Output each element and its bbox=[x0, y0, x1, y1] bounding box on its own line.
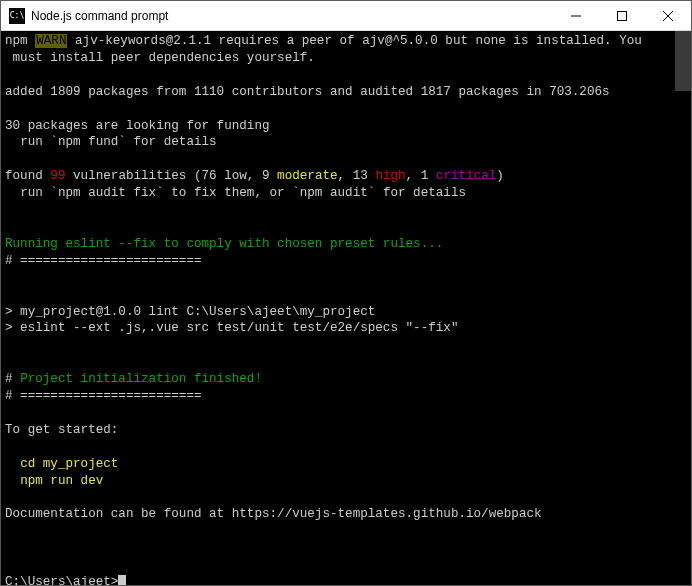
command-hint: npm run dev bbox=[5, 474, 103, 488]
command-hint: cd my_project bbox=[5, 457, 118, 471]
terminal-text: > eslint --ext .js,.vue src test/unit te… bbox=[5, 321, 458, 335]
terminal-text: npm bbox=[5, 34, 35, 48]
app-icon: C:\ bbox=[9, 8, 25, 24]
minimize-icon bbox=[571, 11, 581, 21]
terminal-text: found bbox=[5, 169, 50, 183]
terminal-body[interactable]: npm WARN ajv-keywords@2.1.1 requires a p… bbox=[1, 31, 691, 585]
terminal-text: , 13 bbox=[338, 169, 376, 183]
divider: # ======================== bbox=[5, 254, 202, 268]
terminal-text: ) bbox=[496, 169, 504, 183]
severity-critical: critical bbox=[436, 169, 496, 183]
close-button[interactable] bbox=[645, 1, 691, 30]
terminal-text: vulnerabilities (76 low, 9 bbox=[65, 169, 277, 183]
terminal-text: Documentation can be found at https://vu… bbox=[5, 507, 542, 521]
status-message: Running eslint --fix to comply with chos… bbox=[5, 237, 443, 251]
titlebar: C:\ Node.js command prompt bbox=[1, 1, 691, 31]
status-message: Project initialization finished! bbox=[20, 372, 262, 386]
terminal-text: , 1 bbox=[406, 169, 436, 183]
terminal-text: ajv-keywords@2.1.1 requires a peer of aj… bbox=[67, 34, 641, 48]
minimize-button[interactable] bbox=[553, 1, 599, 30]
maximize-icon bbox=[617, 11, 627, 21]
svg-rect-1 bbox=[618, 11, 627, 20]
severity-high: high bbox=[375, 169, 405, 183]
scrollbar-thumb[interactable] bbox=[675, 31, 691, 91]
vuln-count: 99 bbox=[50, 169, 65, 183]
terminal-text: added 1809 packages from 1110 contributo… bbox=[5, 85, 610, 99]
terminal-text: To get started: bbox=[5, 423, 118, 437]
prompt: C:\Users\ajeet> bbox=[5, 575, 118, 585]
window-title: Node.js command prompt bbox=[31, 9, 553, 23]
severity-moderate: moderate bbox=[277, 169, 337, 183]
maximize-button[interactable] bbox=[599, 1, 645, 30]
divider: # ======================== bbox=[5, 389, 202, 403]
terminal-window: C:\ Node.js command prompt npm WARN ajv-… bbox=[0, 0, 692, 586]
scrollbar[interactable] bbox=[675, 31, 691, 585]
close-icon bbox=[663, 11, 673, 21]
window-controls bbox=[553, 1, 691, 30]
cursor bbox=[118, 575, 126, 585]
terminal-text: run `npm audit fix` to fix them, or `npm… bbox=[5, 186, 466, 200]
terminal-text: # bbox=[5, 372, 20, 386]
terminal-text: 30 packages are looking for funding bbox=[5, 119, 270, 133]
terminal-text: must install peer dependencies yourself. bbox=[5, 51, 315, 65]
warn-badge: WARN bbox=[35, 34, 67, 48]
terminal-text: run `npm fund` for details bbox=[5, 135, 217, 149]
terminal-text: > my_project@1.0.0 lint C:\Users\ajeet\m… bbox=[5, 305, 375, 319]
